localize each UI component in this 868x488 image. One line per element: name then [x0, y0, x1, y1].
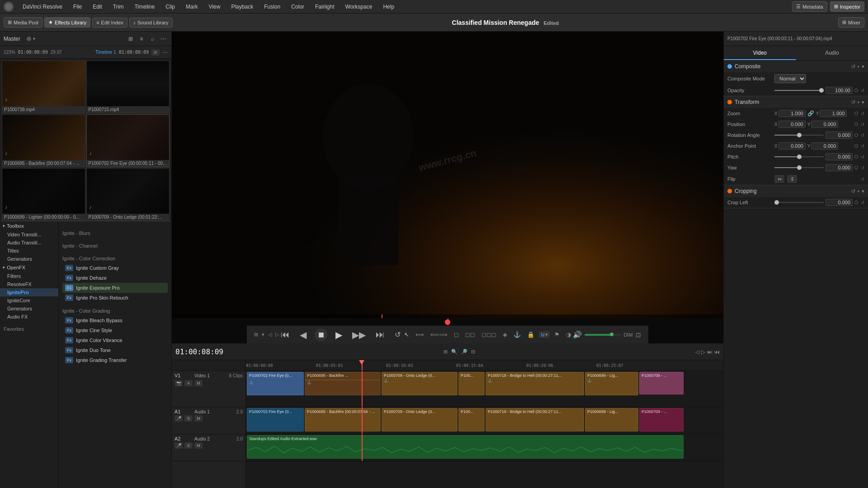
- composite-reset-icon[interactable]: ↺: [851, 64, 855, 70]
- zoom-out-icon[interactable]: 🔍: [451, 349, 458, 355]
- effect-grading-transfer[interactable]: Fx Ignite Grading Transfer: [62, 355, 168, 365]
- select-tool[interactable]: ↖: [402, 330, 411, 339]
- v1-clip-4[interactable]: P1000718 - Bridge to Hell (00:00:27:11..…: [486, 372, 584, 395]
- menu-file[interactable]: File: [71, 3, 84, 11]
- tab-audio[interactable]: Audio: [796, 46, 868, 60]
- mixer-button[interactable]: ⊞ Mixer: [838, 17, 864, 28]
- timeline-left-scroll[interactable]: ◁: [695, 349, 699, 355]
- opacity-input[interactable]: [826, 87, 853, 94]
- volume-icon[interactable]: 🔊: [573, 330, 582, 339]
- v1-clip-0[interactable]: P1000702 Fire Eye (0... ⚓: [247, 372, 304, 395]
- menu-timeline[interactable]: Timeline: [132, 3, 156, 11]
- v1-manual-icon[interactable]: M: [194, 380, 203, 386]
- crop-left-input[interactable]: [826, 199, 853, 206]
- add-marker[interactable]: ◈: [501, 330, 509, 339]
- rotation-slider[interactable]: [774, 135, 824, 136]
- menu-view[interactable]: View: [207, 3, 222, 11]
- pos-reset[interactable]: ↺: [861, 122, 864, 127]
- effect-cine-style[interactable]: Fx Ignite Cine Style: [62, 325, 168, 335]
- menu-playback[interactable]: Playback: [229, 3, 255, 11]
- a1-clip-5[interactable]: P1000699 - Lig...: [585, 408, 638, 432]
- flip-reset[interactable]: ↺: [861, 177, 864, 182]
- rotation-input[interactable]: [826, 131, 853, 139]
- slip-tool[interactable]: ◻◻: [463, 330, 477, 339]
- anchor-reset[interactable]: ↺: [861, 144, 864, 149]
- play-button[interactable]: ▶: [334, 328, 344, 341]
- stop-button[interactable]: ■: [315, 328, 327, 341]
- anchor-keyframe-dot[interactable]: [854, 144, 858, 148]
- menu-workspace[interactable]: Workspace: [344, 3, 374, 11]
- step-back-button[interactable]: ◀: [298, 328, 308, 341]
- v1-clip-1[interactable]: P1000695 - Backfire ... ⚓: [305, 372, 381, 395]
- v1-clip-5[interactable]: P1000699 - Lig... ⚓: [585, 372, 638, 395]
- a1-clip-2[interactable]: P1000709 - Onto Ledge (0...: [382, 408, 458, 432]
- v1-clip-6[interactable]: P1000709 - ...: [639, 372, 684, 394]
- go-to-end-button[interactable]: ⏭: [374, 328, 387, 341]
- zoom-keyframe-dot[interactable]: [854, 112, 858, 115]
- sidebar-ignitepro[interactable]: IgnitePro: [0, 288, 58, 296]
- sidebar-audio-transitions[interactable]: Audio Transiti...: [0, 239, 58, 247]
- sidebar-video-transitions[interactable]: Video Transiti...: [0, 230, 58, 239]
- transform-reset-icon[interactable]: ↺: [851, 99, 855, 105]
- a1-clip-3[interactable]: P100...: [458, 408, 485, 432]
- v1-clip-3[interactable]: P100...: [458, 372, 485, 395]
- go-to-start-button[interactable]: ⏮: [279, 328, 292, 341]
- inspector-button[interactable]: ⊞ Inspector: [830, 1, 864, 12]
- tab-video[interactable]: Video: [724, 46, 796, 60]
- sidebar-titles[interactable]: Titles: [0, 247, 58, 255]
- rotation-keyframe-dot[interactable]: [854, 133, 858, 137]
- cropping-reset-icon[interactable]: ↺: [851, 188, 855, 194]
- media-clip-4[interactable]: ♪ P1000699 - Lighter (00:00:00:00 - 0...: [2, 168, 85, 221]
- edit-index-button[interactable]: ≡ Edit Index: [92, 18, 127, 28]
- yaw-keyframe-dot[interactable]: [854, 166, 858, 169]
- anchor-x-input[interactable]: [778, 142, 806, 150]
- fullscreen-icon[interactable]: ⊡: [636, 331, 641, 338]
- a1-solo-icon[interactable]: S: [184, 415, 193, 422]
- a1-mute-icon[interactable]: M: [194, 415, 203, 422]
- flip-vertical-icon[interactable]: ⇕: [787, 175, 797, 183]
- openfx-header[interactable]: ▾ OpenFX: [0, 263, 58, 272]
- pos-y-input[interactable]: [811, 121, 838, 128]
- v1-auto-icon[interactable]: A: [184, 380, 193, 386]
- transform-header[interactable]: Transform ↺ + ▾: [724, 96, 868, 108]
- rotation-reset[interactable]: ↺: [861, 133, 864, 138]
- step-forward-button[interactable]: ▶▶: [350, 328, 368, 341]
- sidebar-ignitecore[interactable]: IgniteCore: [0, 296, 58, 305]
- trim-tool[interactable]: ⟺: [414, 330, 426, 339]
- composite-mode-select[interactable]: Normal: [774, 74, 806, 83]
- opacity-slider[interactable]: [774, 90, 824, 91]
- prev-clip-icon[interactable]: ◁: [268, 332, 272, 338]
- a2-clip-0[interactable]: Standups Edited Audio Extracted.wav: [247, 435, 684, 459]
- zoom-in-icon[interactable]: 🔎: [461, 349, 467, 355]
- a1-clip-4[interactable]: P1000718 - Bridge to Hell (00:00:27:11..…: [486, 408, 584, 432]
- cropping-header[interactable]: Cropping ↺ + ▾: [724, 185, 868, 197]
- link-tool[interactable]: ⚓: [512, 330, 523, 339]
- mode-dropdown[interactable]: ▾: [545, 332, 548, 338]
- timecode-settings-icon[interactable]: ⊞: [151, 49, 160, 56]
- a1-clip-1[interactable]: P1000695 - Backfire (00:00:07:04 - ...: [305, 408, 381, 432]
- menu-help[interactable]: Help: [381, 3, 396, 11]
- composite-expand-icon[interactable]: ▾: [862, 64, 864, 70]
- metadata-button[interactable]: ☰ Metadata: [792, 1, 827, 12]
- sidebar-generators[interactable]: Generators: [0, 255, 58, 263]
- effect-custom-gray[interactable]: Fx Ignite Custom Gray: [62, 263, 168, 273]
- sidebar-resolvefx[interactable]: ResolveFX: [0, 280, 58, 288]
- volume-slider[interactable]: [585, 334, 621, 336]
- list-view-icon[interactable]: ≡: [137, 34, 146, 43]
- zoom-x-input[interactable]: [778, 110, 806, 117]
- timeline-right-scroll[interactable]: ▷: [701, 349, 705, 355]
- more-options-icon[interactable]: ⋯: [159, 34, 168, 43]
- pitch-reset[interactable]: ↺: [861, 155, 864, 160]
- media-clip-3[interactable]: ♪ P1000702 Fire Eye (00:00:05:11 - 00...: [86, 114, 170, 167]
- toolbox-header[interactable]: ▾ Toolbox: [0, 221, 58, 230]
- yaw-input[interactable]: [826, 164, 853, 171]
- media-clip-2[interactable]: ♪ P1000695 - Backfire (00:00:07:04 - ...: [2, 114, 85, 167]
- media-clip-1[interactable]: P1000715.mp4: [86, 61, 170, 113]
- effect-exposure-pro[interactable]: Fx Ignite Exposure Pro: [62, 283, 168, 293]
- blade-tool[interactable]: ◻: [452, 330, 461, 339]
- pos-keyframe-dot[interactable]: [854, 122, 858, 126]
- grid-view-icon[interactable]: ⊞: [126, 34, 135, 43]
- effect-bleach-bypass[interactable]: Fx Ignite Bleach Bypass: [62, 315, 168, 325]
- opacity-keyframe-dot[interactable]: [854, 89, 858, 92]
- a1-mic-icon[interactable]: 🎤: [175, 415, 183, 422]
